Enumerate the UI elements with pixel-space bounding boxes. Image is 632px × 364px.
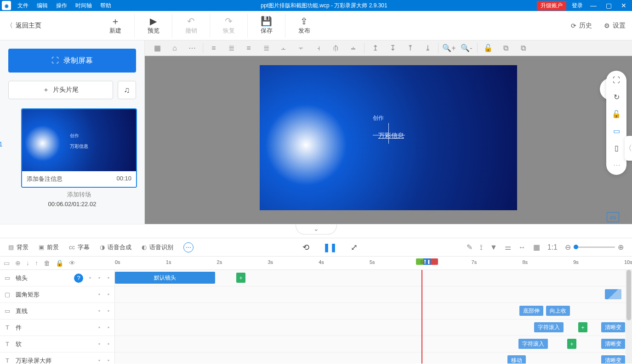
effect-badge[interactable]: 底部伸 [519,306,543,316]
copy-icon[interactable]: ⧉ [497,44,514,52]
menu-operate[interactable]: 操作 [56,2,67,10]
playhead-handle[interactable]: ❚❚ [416,258,438,265]
zoom-slider[interactable]: ⊖ ⊕ [565,243,624,252]
lock-icon[interactable]: 🔓 [479,44,497,52]
track-lane[interactable] [115,286,632,302]
track-label[interactable]: T软•• [0,336,115,352]
add-head-tail-button[interactable]: ＋ 片头片尾 [8,81,113,99]
rewind-button[interactable]: ⟲ [302,242,309,252]
zoom-plus-icon[interactable]: ⊕ [618,243,624,252]
pause-button[interactable]: ❚❚ [323,242,337,252]
music-button[interactable]: ♫ [118,81,136,99]
layers-icon[interactable]: ▦ [148,44,166,52]
track-dot[interactable]: • [106,308,111,314]
help-icon[interactable]: ? [74,274,83,283]
menu-edit[interactable]: 编辑 [37,2,48,10]
track-dot[interactable]: • [97,308,102,314]
distribute-h-icon[interactable]: ⫛ [327,44,345,52]
zoom-minus-icon[interactable]: ⊖ [565,243,571,252]
lock-tracks-icon[interactable]: 🔒 [56,259,63,267]
align-middle-icon[interactable]: ⫟ [292,44,310,52]
effect-badge[interactable]: 移动 [507,355,526,364]
fullscreen-icon[interactable]: ⛶ [613,76,620,84]
home-icon[interactable]: ⌂ [166,44,183,52]
effect-badge[interactable]: 清晰变 [601,339,625,349]
bring-front-icon[interactable]: ↥ [366,44,384,52]
arrow-up-icon[interactable]: ↑ [35,259,38,267]
justify-icon[interactable]: ≣ [257,44,275,52]
upgrade-button[interactable]: 升级账户 [537,1,566,11]
track-dot[interactable]: • [97,291,102,298]
send-back-icon[interactable]: ↧ [384,44,401,52]
unlock-icon[interactable]: 🔓 [612,110,621,118]
filter-icon[interactable]: ▼ [490,243,497,252]
maximize-button[interactable]: ▢ [604,2,614,9]
track-dot[interactable]: • [88,274,92,281]
track-label[interactable]: ▭镜头?••• [0,270,115,286]
add-transition[interactable]: 添加转场 [21,188,137,199]
grid-icon[interactable]: ▦ [533,243,540,252]
visibility-icon[interactable]: 👁 [69,259,75,267]
expand-button[interactable]: ⤢ [351,242,358,252]
align-center-icon[interactable]: ≣ [222,44,240,52]
track-lane[interactable]: 底部伸向上收 [115,303,632,319]
settings-sliders-icon[interactable]: ⚌ [505,243,511,252]
effect-badge[interactable]: 字符滚入 [534,322,564,332]
clip-block[interactable]: 默认镜头 [115,272,215,284]
record-screen-button[interactable]: ⛶ 录制屏幕 [8,49,136,73]
track-label[interactable]: T万彩录屏大师•• [0,353,115,364]
add-keyframe-button[interactable]: ＋ [578,322,587,332]
display-portrait-icon[interactable]: ▯ [615,144,619,152]
menu-file[interactable]: 文件 [17,2,28,10]
display-landscape-icon[interactable]: ▭ [613,127,620,135]
effect-badge[interactable]: 字符滚入 [518,339,548,349]
backward-icon[interactable]: ⤓ [419,44,436,52]
side-panel-toggle[interactable]: 〈 [625,136,632,161]
menu-help[interactable]: 帮助 [100,2,111,10]
close-button[interactable]: ✕ [619,2,628,9]
settings-button[interactable]: ⚙设置 [604,22,626,30]
track-dot[interactable]: • [97,324,102,331]
slide-note[interactable]: 添加备注信息 [27,175,63,183]
fit-width-icon[interactable]: ↔ [518,243,526,252]
camera-icon[interactable]: ▭ [4,259,10,267]
tracks-scrollbar[interactable] [626,270,632,364]
toolbar-预览[interactable]: ▶预览 [134,14,172,38]
add-track-icon[interactable]: ⊕ [15,259,21,267]
track-label[interactable]: T件•• [0,319,115,336]
arrow-down-icon[interactable]: ↓ [26,259,29,267]
more-icon[interactable]: ⋯ [183,44,201,52]
track-dot[interactable]: • [97,341,102,347]
slide-card[interactable]: 创作 万彩信息 添加备注信息 00:10 [21,108,137,188]
rotate-icon[interactable]: ↻ [614,93,620,101]
forward-icon[interactable]: ⤒ [401,44,419,52]
track-label[interactable]: ▢圆角矩形•• [0,286,115,302]
login-button[interactable]: 登录 [572,2,583,10]
back-button[interactable]: 〈 返回主页 [6,22,41,30]
effect-badge[interactable]: 清晰变 [601,322,625,332]
toolbar-发布[interactable]: ⇪发布 [285,14,323,38]
toolbar-新建[interactable]: ＋新建 [97,14,134,38]
display-mode-landscape[interactable]: ▭ [607,212,619,222]
more-dots-icon[interactable]: ⋯ [613,161,620,169]
minimize-button[interactable]: — [588,2,598,9]
duplicate-icon[interactable]: ⧉ [514,44,532,52]
track-dot[interactable]: • [106,324,111,331]
tab-字幕[interactable]: cc字幕 [69,243,90,252]
add-keyframe-button[interactable]: ＋ [567,339,576,349]
track-lane[interactable]: 默认镜头＋ [115,270,632,286]
tab-语音合成[interactable]: ◑语音合成 [100,243,131,252]
preview-canvas[interactable]: 创作 万彩信息 [260,65,517,210]
transition-block[interactable] [605,289,621,299]
track-lane[interactable]: 字符滚入＋清晰变 [115,336,632,352]
track-lane[interactable]: 移动清晰变 [115,353,632,364]
effect-badge[interactable]: 清晰变 [601,355,625,364]
ratio-icon[interactable]: 1:1 [547,243,558,252]
align-right-icon[interactable]: ≡ [240,44,257,52]
track-dot[interactable]: • [106,341,111,347]
track-lane[interactable]: 字符滚入＋清晰变 [115,319,632,336]
distribute-v-icon[interactable]: ⫨ [345,44,362,52]
tab-语音识别[interactable]: ◐语音识别 [142,243,173,252]
track-label[interactable]: ▭直线•• [0,303,115,319]
menu-timeline[interactable]: 时间轴 [75,2,92,10]
